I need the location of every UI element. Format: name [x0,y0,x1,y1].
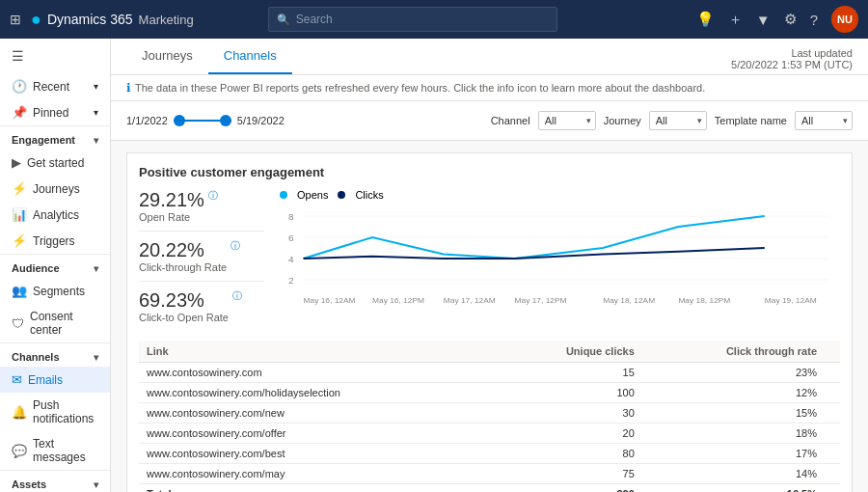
open-rate-label: Open Rate [139,211,204,223]
channel-select-wrapper[interactable]: All [538,111,596,130]
search-icon: 🔍 [277,14,290,26]
ctr-value: 20.22% [139,239,227,261]
link-cell: www.contosowinery.com/offer [139,424,499,444]
link-cell: www.contosowinery.com [139,363,499,383]
table-row: www.contosowinery.com/holidayselection 1… [139,383,840,403]
sidebar-item-recent[interactable]: 🕐 Recent ▾ [0,73,110,99]
add-icon[interactable]: ＋ [728,11,743,29]
info-icon: ℹ [126,81,131,95]
assets-group: Assets ▾ [0,470,110,492]
search-box[interactable]: 🔍 [268,7,557,32]
audience-chevron: ▾ [94,263,98,274]
brand-name: Dynamics 365 [47,12,133,27]
rate-cell: 18% [642,424,825,444]
lightbulb-icon[interactable]: 💡 [696,11,715,28]
table-row: www.contosowinery.com 15 23% [139,363,840,383]
engagement-title: Positive customer engagement [139,165,840,179]
svg-text:4: 4 [288,255,294,264]
recent-chevron: ▾ [94,81,98,92]
sidebar-item-consent[interactable]: 🛡 Consent center [0,304,110,342]
sidebar-item-text[interactable]: 💬 Text messages [0,431,110,470]
table-row: www.contosowinery.com/best 80 17% [139,444,840,464]
total-rate: 16.5% [642,484,825,493]
link-col-header: Link [139,341,499,363]
sidebar-item-emails[interactable]: ✉ Emails [0,367,110,393]
ctor-label: Click-to Open Rate [139,312,229,323]
chart-svg: 8 6 4 2 May 16, 12AM [280,206,840,322]
open-rate-value: 29.21% [139,189,204,211]
engagement-chevron: ▾ [94,135,98,146]
audience-header[interactable]: Audience ▾ [0,255,110,278]
table-total-row: Total 320 16.5% [139,484,840,493]
opens-legend-dot [280,191,287,199]
link-cell: www.contosowinery.com/may [139,464,499,484]
date-slider[interactable] [174,114,231,127]
filter-icon[interactable]: ▼ [756,12,771,28]
chart-legend: Opens Clicks [280,189,840,201]
table-row: www.contosowinery.com/may 75 14% [139,464,840,484]
assets-chevron: ▾ [94,479,98,490]
audience-group: Audience ▾ 👥 Segments 🛡 Consent center [0,254,110,342]
sidebar-item-get-started[interactable]: ▶ Get started [0,150,110,176]
assets-header[interactable]: Assets ▾ [0,471,110,492]
links-table: Link Unique clicks Click through rate ww… [139,341,840,492]
svg-text:May 18, 12AM: May 18, 12AM [603,296,655,304]
tab-channels[interactable]: Channels [208,39,292,74]
metric-open-rate: 29.21% Open Rate ⓘ [139,189,264,232]
sidebar-item-segments[interactable]: 👥 Segments [0,278,110,304]
engagement-section: Positive customer engagement 29.21% Open… [126,152,853,492]
sidebar-item-triggers[interactable]: ⚡ Triggers [0,228,110,254]
total-label: Total [139,484,499,493]
channel-select[interactable]: All [538,111,596,130]
table-row: www.contosowinery.com/offer 20 18% [139,424,840,444]
text-icon: 💬 [12,444,27,458]
avatar[interactable]: NU [831,6,858,33]
clicks-cell: 15 [499,363,642,383]
journey-select-wrapper[interactable]: All [649,111,707,130]
sidebar-item-push[interactable]: 🔔 Push notifications [0,393,110,431]
metric-ctor: 69.23% Click-to Open Rate ⓘ [139,289,264,331]
sidebar-item-pinned[interactable]: 📌 Pinned ▾ [0,99,110,125]
channels-group: Channels ▾ ✉ Emails 🔔 Push notifications… [0,342,110,470]
opens-legend-label: Opens [297,189,328,201]
svg-text:May 16, 12PM: May 16, 12PM [372,296,424,304]
apps-icon[interactable]: ⊞ [10,12,21,27]
top-navigation: ⊞ ● Dynamics 365 Marketing 🔍 💡 ＋ ▼ ⚙ ? N… [0,0,868,39]
link-cell: www.contosowinery.com/new [139,403,499,424]
sidebar-item-analytics[interactable]: 📊 Analytics [0,202,110,228]
clicks-col-header: Unique clicks [499,341,642,363]
hamburger-icon[interactable]: ☰ [0,39,110,73]
help-icon[interactable]: ? [810,12,818,28]
rate-cell: 14% [642,464,825,484]
engagement-header[interactable]: Engagement ▾ [0,126,110,150]
clicks-cell: 100 [499,383,642,403]
rate-cell: 15% [642,403,825,424]
open-rate-info[interactable]: ⓘ [208,189,218,203]
template-select-wrapper[interactable]: All [795,111,853,130]
total-clicks: 320 [499,484,642,493]
sidebar: ☰ 🕐 Recent ▾ 📌 Pinned ▾ Engagement ▾ ▶ G… [0,39,111,492]
content-area: Journeys Channels Last updated 5/20/2022… [111,39,868,492]
filter-group: Channel All Journey All Template name Al… [491,111,853,130]
ctr-info[interactable]: ⓘ [231,239,240,253]
tab-journeys[interactable]: Journeys [126,39,208,74]
channels-header[interactable]: Channels ▾ [0,343,110,367]
svg-text:6: 6 [288,233,294,243]
filters-row: 1/1/2022 5/19/2022 Channel All [111,101,868,141]
template-select[interactable]: All [795,111,853,130]
search-input[interactable] [296,13,549,26]
table-row: www.contosowinery.com/new 30 15% [139,403,840,424]
svg-text:May 16, 12AM: May 16, 12AM [304,296,356,304]
pin-icon: 📌 [12,105,27,120]
ctor-info[interactable]: ⓘ [232,289,242,303]
sidebar-item-journeys[interactable]: ⚡ Journeys [0,176,110,202]
triggers-icon: ⚡ [12,233,27,248]
segments-icon: 👥 [12,284,27,298]
clicks-cell: 80 [499,444,642,464]
rate-cell: 17% [642,444,825,464]
link-cell: www.contosowinery.com/holidayselection [139,383,499,403]
recent-icon: 🕐 [12,79,27,94]
journey-select[interactable]: All [649,111,707,130]
rate-cell: 23% [642,363,825,383]
settings-icon[interactable]: ⚙ [784,11,797,28]
